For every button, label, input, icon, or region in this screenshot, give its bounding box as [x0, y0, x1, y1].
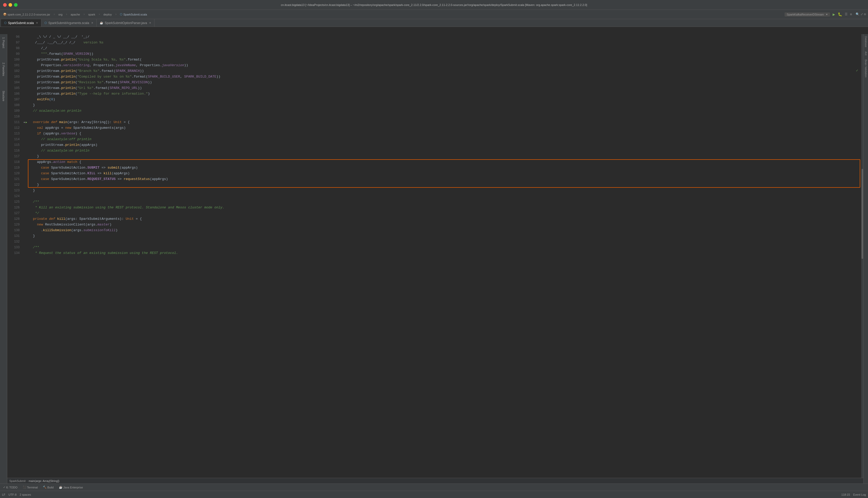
- code-line-103: 103 printStream.println("Compiled by use…: [7, 74, 863, 80]
- toolbar-sep-5: ›: [115, 12, 117, 16]
- code-line-129: 129 new RestSubmissionClient(args.master…: [7, 222, 863, 227]
- toolbar-org[interactable]: org: [57, 12, 64, 16]
- code-line-101: 101 Properties.versionString, Properties…: [7, 63, 863, 68]
- toolbar-icons: 🔍 ⤢ ⊟: [856, 12, 866, 16]
- code-line-102: 102 printStream.println("Branch %s".form…: [7, 68, 863, 74]
- build-button[interactable]: 🔨 Build: [42, 485, 55, 489]
- sidebar-item-ant[interactable]: Ant: [864, 49, 868, 57]
- sidebar-item-database[interactable]: Database: [864, 34, 868, 49]
- status-position: 118:15: [841, 493, 850, 496]
- code-line-130: 130 .killSubmission(args.submissionToKil…: [7, 227, 863, 233]
- sidebar-item-favorites[interactable]: 2: Favorites: [2, 62, 5, 77]
- tab-sparksubmitarguments[interactable]: ⬡ SparkSubmitArguments.scala ✕: [41, 19, 97, 27]
- breadcrumb-sparksubmit[interactable]: SparkSubmit: [9, 480, 26, 483]
- code-line-106: 106 printStream.println("Type --help for…: [7, 91, 863, 97]
- debug-icon[interactable]: 🐛: [838, 12, 842, 16]
- java-enterprise-label: Java Enterprise: [63, 486, 83, 489]
- traffic-lights: [3, 3, 17, 7]
- toolbar-file[interactable]: ⬡ SparkSubmit.scala: [119, 12, 148, 16]
- terminal-label: Terminal: [27, 486, 38, 489]
- event-log-button[interactable]: Event Log: [853, 493, 866, 496]
- code-line-132: 132: [7, 239, 863, 245]
- code-line-127: 127 */: [7, 210, 863, 216]
- code-line-109: 109 // scalastyle:on println: [7, 108, 863, 114]
- code-line-114: 114 // scalastyle:off println: [7, 136, 863, 142]
- position-label: 118:15: [841, 493, 850, 496]
- code-line-123: 123 }: [7, 188, 863, 193]
- code-line-119: 119 case SparkSubmitAction.SUBMIT => sub…: [7, 165, 863, 171]
- terminal-button[interactable]: ⬛ Terminal: [22, 485, 39, 489]
- code-line-128: 128 private def kill(args: SparkSubmitAr…: [7, 216, 863, 222]
- code-line-124: 124: [7, 193, 863, 199]
- code-line-104: 104 printStream.println("Revision %s".fo…: [7, 80, 863, 85]
- breadcrumb-method: main(args: Array[String]): [29, 480, 59, 483]
- highlighted-region: 118 appArgs.action match { 119 case Spar…: [7, 159, 863, 188]
- maximize-button[interactable]: [14, 3, 17, 7]
- code-line-113: 113 if (appArgs.verbose) {: [7, 131, 863, 136]
- sidebar-item-bean-validation[interactable]: Bean Validation: [864, 57, 868, 79]
- settings-icon[interactable]: ⚙: [850, 12, 852, 16]
- chevron-down-icon: ▼: [826, 13, 828, 16]
- tab-sparksubmitoptionparser[interactable]: ☕ SparkSubmitOptionParser.java ✕: [97, 19, 154, 27]
- search-icon[interactable]: 🔍: [856, 12, 859, 16]
- code-line-115: 115 printStream.println(appArgs): [7, 142, 863, 148]
- left-sidebar: 1: Project 2: Favorites Structure: [0, 34, 7, 484]
- minimize-icon2[interactable]: ⊟: [864, 12, 866, 16]
- code-container[interactable]: 96 _\ \/ / _ \/ __/ __/ '_;/ 97 /___/ ._…: [7, 34, 863, 484]
- expand-icon[interactable]: ⤢: [860, 12, 863, 16]
- code-line-133: 133 /**: [7, 245, 863, 250]
- code-line-100: 100 printStream.println("Using Scala %s,…: [7, 57, 863, 63]
- java-enterprise-button[interactable]: ☕ Java Enterprise: [58, 485, 84, 489]
- run-icon[interactable]: ▶: [832, 12, 835, 17]
- code-line-98: 98 /_/: [7, 45, 863, 51]
- toolbar-sep-2: ›: [66, 12, 68, 16]
- code-line-117: 117 }: [7, 154, 863, 159]
- checkmark-icon: ✓: [856, 68, 858, 73]
- tab-sparksubmit-close[interactable]: ✕: [36, 22, 38, 24]
- status-lf: LF: [2, 493, 5, 496]
- close-button[interactable]: [3, 3, 7, 7]
- minimize-button[interactable]: [9, 3, 12, 7]
- toolbar-spark[interactable]: spark: [87, 12, 96, 16]
- code-line-118: 118 appArgs.action match {: [7, 159, 863, 165]
- scrollbar-track: [861, 34, 863, 484]
- code-line-125: 125 /**: [7, 199, 863, 205]
- code-line-112: 112 val appArgs = new SparkSubmitArgumen…: [7, 125, 863, 131]
- breadcrumb-bottom: SparkSubmit › main(args: Array[String]): [7, 478, 863, 484]
- sidebar-item-project[interactable]: 1: Project: [2, 36, 5, 49]
- coverage-icon[interactable]: ☰: [845, 12, 847, 16]
- run-config-selector[interactable]: SparkKafkaReceiverDStream ▼: [785, 12, 830, 16]
- code-line-105: 105 printStream.println("Url %s".format(…: [7, 85, 863, 91]
- tab-sparksubmit-label: SparkSubmit.scala: [8, 21, 34, 25]
- toolbar-sep-1: ›: [53, 12, 55, 16]
- tab-sparksubmit[interactable]: ⬡ SparkSubmit.scala ✕: [1, 19, 41, 27]
- todo-button[interactable]: ✓ 6: TODO: [2, 485, 18, 489]
- code-line-111: 111 ● ▶ override def main(args: Array[St…: [7, 119, 863, 125]
- toolbar-apache[interactable]: apache: [70, 12, 81, 16]
- todo-icon: ✓: [3, 486, 5, 489]
- titlebar: cn.itcast.bigdata13 [~/IdeaProjects/cn.i…: [0, 0, 868, 10]
- tab-sparksubmitoptionparser-close[interactable]: ✕: [149, 22, 151, 24]
- tab-sparksubmitarguments-label: SparkSubmitArguments.scala: [48, 21, 89, 25]
- scrollbar-thumb[interactable]: [862, 169, 863, 259]
- sidebar-item-structure[interactable]: Structure: [2, 90, 5, 102]
- event-log-label: Event Log: [853, 493, 866, 496]
- terminal-icon: ⬛: [23, 486, 26, 489]
- todo-label: 6: TODO: [6, 486, 17, 489]
- bookmark-icon: ●: [24, 121, 25, 124]
- status-utf8: UTF-8: [9, 493, 16, 496]
- toolbar: 📦 spark-core_2.11-2.2.0-sources.jar › or…: [0, 10, 868, 19]
- code-line-99: 99 """.format(SPARK_VERSION)): [7, 51, 863, 57]
- toolbar-deploy[interactable]: deploy: [102, 12, 113, 16]
- code-line-110: 110: [7, 114, 863, 119]
- code-line-116: 116 // scalastyle:on println: [7, 148, 863, 154]
- toolbar-jar[interactable]: 📦 spark-core_2.11-2.2.0-sources.jar: [2, 12, 51, 16]
- java-enterprise-icon: ☕: [59, 486, 63, 489]
- build-label: Build: [47, 486, 53, 489]
- code-line-108: 108 }: [7, 102, 863, 108]
- tab-sparksubmitarguments-close[interactable]: ✕: [91, 22, 93, 24]
- window-title: cn.itcast.bigdata13 [~/IdeaProjects/cn.i…: [3, 3, 865, 6]
- run-gutter-icon[interactable]: ▶: [26, 121, 27, 124]
- code-line-131: 131 }: [7, 233, 863, 239]
- toolbar-sep-4: ›: [98, 12, 100, 16]
